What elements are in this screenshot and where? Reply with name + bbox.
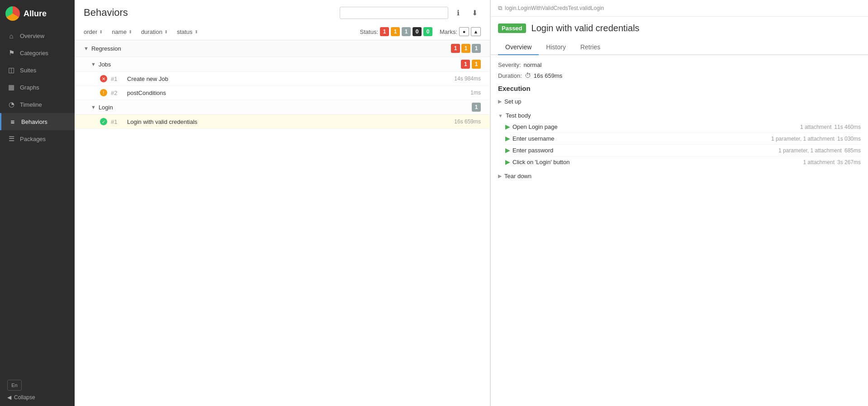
detail-title-row: Passed Login with valid credentials	[491, 17, 868, 40]
subgroup-jobs[interactable]: ▼ Jobs 1 1	[75, 57, 490, 72]
collapse-button[interactable]: ◀ Collapse	[7, 394, 67, 401]
search-input[interactable]	[340, 7, 448, 19]
group-regression[interactable]: ▼ Regression 1 1 1	[75, 40, 490, 57]
breadcrumb: ⧉ login.LoginWithValidCredsTest.validLog…	[491, 0, 868, 17]
step-duration: 11s 460ms	[834, 124, 861, 130]
marks-group: Marks: ● ▲	[440, 27, 481, 36]
subgroup-badges: 1 1	[461, 60, 481, 69]
filter-status[interactable]: status ⬍	[177, 28, 198, 35]
step-name: Click on 'Login' button	[512, 159, 801, 165]
step-item: ▶ Enter password 1 parameter, 1 attachme…	[505, 145, 861, 156]
sidebar-item-label: Categories	[20, 50, 48, 57]
status-badge-orange: 1	[391, 27, 400, 36]
step-arrow-icon: ▶	[505, 123, 510, 130]
group-badge-orange: 1	[461, 44, 470, 53]
step-name: Open Login page	[512, 123, 797, 130]
app-name: Allure	[24, 9, 47, 19]
step-arrow-icon: ▶	[505, 159, 510, 165]
test-name: Login with valid credentials	[127, 118, 451, 125]
duration-row: Duration: ⏱ 16s 659ms	[498, 72, 861, 79]
sidebar-item-graphs[interactable]: ▦ Graphs	[0, 79, 75, 96]
sidebar-item-packages[interactable]: ☰ Packages	[0, 130, 75, 147]
download-icon[interactable]: ⬇	[468, 6, 481, 19]
setup-header[interactable]: ▶ Set up	[498, 96, 861, 107]
sidebar-item-label: Overview	[20, 33, 44, 39]
filter-duration-arrow-icon: ⬍	[164, 29, 168, 34]
teardown-label: Tear down	[504, 173, 531, 179]
test-number: #1	[111, 76, 123, 82]
subgroup-chevron-icon: ▼	[91, 61, 96, 67]
step-meta: 1 parameter, 1 attachment	[771, 136, 835, 142]
flag-icon: ⚑	[7, 49, 15, 57]
filter-order-label: order	[84, 28, 97, 35]
test-body-group: ▼ Test body ▶ Open Login page 1 attachme…	[498, 110, 861, 168]
test-status-warn-icon: !	[100, 89, 107, 96]
subgroup-chevron-icon: ▼	[91, 104, 96, 110]
sidebar-item-overview[interactable]: ⌂ Overview	[0, 27, 75, 44]
page-title: Behaviors	[84, 7, 128, 19]
filter-duration[interactable]: duration ⬍	[141, 28, 168, 35]
sidebar-item-suites[interactable]: ◫ Suites	[0, 61, 75, 79]
test-row[interactable]: ! #2 postConditions 1ms	[75, 86, 490, 100]
subgroup-name: Login	[99, 104, 469, 111]
behaviors-panel: Behaviors ℹ ⬇ order ⬍ name ⬍	[75, 0, 490, 406]
detail-title: Login with valid credentials	[531, 23, 640, 33]
sidebar-item-behaviors[interactable]: ≡ Behaviors	[0, 113, 75, 130]
suites-icon: ◫	[7, 66, 15, 74]
info-icon[interactable]: ℹ	[452, 6, 465, 19]
subgroup-badge-red: 1	[461, 60, 470, 69]
sidebar: Allure ⌂ Overview ⚑ Categories ◫ Suites …	[0, 0, 75, 406]
test-body-label: Test body	[506, 112, 531, 119]
tab-retries[interactable]: Retries	[573, 40, 607, 55]
status-badge-red: 1	[380, 27, 389, 36]
mark-triangle-icon: ▲	[471, 27, 481, 36]
sidebar-item-label: Suites	[20, 67, 36, 74]
behaviors-title-row: Behaviors ℹ ⬇	[84, 6, 481, 19]
collapse-label: Collapse	[14, 394, 35, 401]
sidebar-item-timeline[interactable]: ◔ Timeline	[0, 96, 75, 113]
setup-label: Set up	[504, 98, 522, 105]
test-body-header[interactable]: ▼ Test body	[498, 110, 861, 121]
step-arrow-icon: ▶	[505, 147, 510, 154]
sidebar-item-label: Behaviors	[21, 118, 47, 125]
filter-name[interactable]: name ⬍	[112, 28, 132, 35]
test-row[interactable]: ✕ #1 Create new Job 14s 984ms	[75, 72, 490, 86]
teardown-header[interactable]: ▶ Tear down	[498, 170, 861, 182]
clock-icon: ⏱	[525, 72, 531, 79]
step-item: ▶ Open Login page 1 attachment 11s 460ms	[505, 121, 861, 133]
filter-order-arrow-icon: ⬍	[99, 29, 103, 34]
copy-icon[interactable]: ⧉	[498, 5, 502, 12]
duration-value: 16s 659ms	[534, 72, 563, 79]
step-name: Enter username	[512, 135, 768, 142]
sidebar-nav: ⌂ Overview ⚑ Categories ◫ Suites ▦ Graph…	[0, 27, 75, 374]
status-badge-grey: 1	[402, 27, 411, 36]
tab-overview[interactable]: Overview	[498, 40, 539, 55]
step-meta: 1 attachment	[800, 124, 831, 130]
filter-name-label: name	[112, 28, 127, 35]
step-item: ▶ Enter username 1 parameter, 1 attachme…	[505, 133, 861, 145]
status-marks-area: Status: 1 1 1 0 0 Marks: ● ▲	[360, 27, 481, 36]
app-logo[interactable]: Allure	[0, 0, 75, 27]
filter-name-arrow-icon: ⬍	[128, 29, 132, 34]
test-row[interactable]: ✓ #1 Login with valid credentials 16s 65…	[75, 115, 490, 129]
duration-label: Duration:	[498, 72, 522, 79]
step-meta: 1 attachment	[803, 159, 835, 165]
group-badge-red: 1	[451, 44, 460, 53]
severity-label: Severity:	[498, 61, 521, 68]
sidebar-item-categories[interactable]: ⚑ Categories	[0, 44, 75, 61]
severity-value: normal	[524, 61, 542, 68]
behaviors-list: ▼ Regression 1 1 1 ▼ Jobs 1 1	[75, 40, 490, 406]
filter-order[interactable]: order ⬍	[84, 28, 103, 35]
collapse-arrow-icon: ◀	[7, 394, 11, 401]
subgroup-name: Jobs	[99, 61, 458, 68]
test-duration: 1ms	[470, 90, 481, 96]
step-meta: 1 parameter, 1 attachment	[778, 147, 842, 154]
sidebar-item-label: Timeline	[20, 101, 42, 108]
subgroup-login[interactable]: ▼ Login 1	[75, 100, 490, 115]
language-button[interactable]: En	[7, 380, 22, 391]
timeline-icon: ◔	[7, 100, 15, 109]
subgroup-badge-grey: 1	[472, 103, 481, 112]
tab-history[interactable]: History	[539, 40, 573, 55]
teardown-chevron-icon: ▶	[498, 173, 502, 179]
filter-status-label: status	[177, 28, 193, 35]
